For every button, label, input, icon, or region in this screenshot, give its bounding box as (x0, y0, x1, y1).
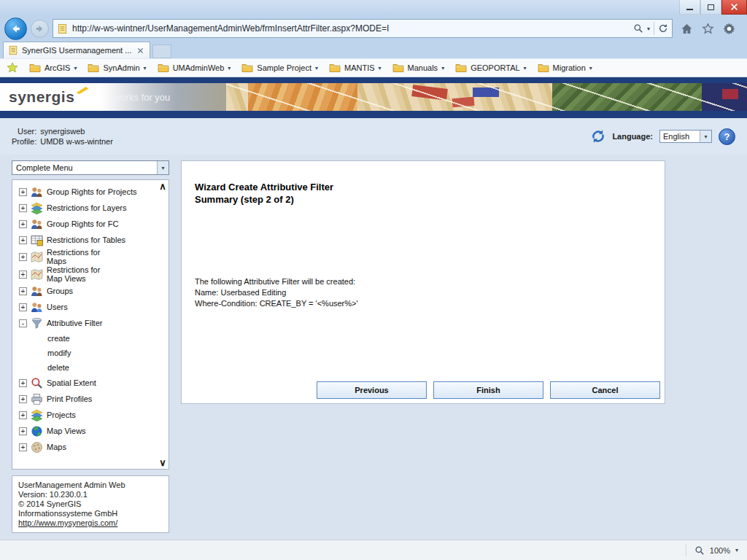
home-icon[interactable] (681, 23, 693, 35)
collapse-icon[interactable]: - (19, 319, 27, 327)
tree-item-users[interactable]: + Users (14, 299, 157, 315)
browser-tab[interactable]: SynerGIS Usermanagement ... (3, 42, 150, 58)
previous-button[interactable]: Previous (317, 381, 427, 399)
favorite-label: Migration (553, 63, 586, 72)
tree-item-label[interactable]: Restrictions for Tables (47, 236, 125, 244)
forward-button[interactable] (31, 20, 49, 38)
tree-item-label[interactable]: Group Rights for Projects (47, 187, 137, 196)
finish-button[interactable]: Finish (433, 381, 543, 399)
tree-item-spatial-extent[interactable]: + Spatial Extent (14, 375, 157, 391)
tree-item-label[interactable]: Print Profiles (47, 394, 92, 403)
tree-item-label[interactable]: modify (47, 349, 71, 357)
version-info-box: UserManagement Admin Web Version: 10.230… (12, 475, 169, 533)
settings-gear-icon[interactable] (723, 23, 735, 35)
chevron-down-icon[interactable]: ▾ (315, 65, 318, 71)
search-dropdown-caret-icon[interactable]: ▾ (647, 26, 650, 32)
zoom-icon[interactable] (694, 545, 705, 556)
expand-icon[interactable]: + (19, 395, 27, 403)
tree-item-label[interactable]: Spatial Extent (47, 378, 96, 387)
chevron-down-icon[interactable]: ▾ (589, 65, 592, 71)
favorites-bar-star-icon[interactable] (7, 62, 18, 74)
tree-item-label[interactable]: Attributive Filter (47, 319, 102, 327)
tree-item-label[interactable]: Group Rights for FC (47, 219, 118, 228)
sync-icon[interactable] (591, 129, 605, 144)
expand-icon[interactable]: + (19, 427, 27, 435)
zoom-level[interactable]: 100% (710, 546, 730, 555)
language-select[interactable]: English ▾ (659, 130, 712, 143)
tree-item-label[interactable]: Restrictions for Map Views (47, 265, 114, 283)
expand-icon[interactable]: + (19, 253, 27, 261)
help-button[interactable]: ? (719, 128, 735, 145)
map-greenery (552, 83, 702, 111)
close-button[interactable] (721, 0, 747, 15)
favorites-star-icon[interactable] (702, 23, 714, 35)
favorite-sample-project[interactable]: Sample Project ▾ (241, 63, 318, 73)
tree-item-map-views[interactable]: + Map Views (14, 423, 157, 439)
expand-icon[interactable]: + (19, 411, 27, 419)
tree-item-create[interactable]: create (14, 331, 157, 346)
url-text[interactable]: http://w-ws-wintner/UserManagementAdminW… (72, 23, 629, 34)
tree-item-maps[interactable]: + Maps (14, 439, 157, 455)
new-tab-button[interactable] (152, 44, 171, 58)
back-button[interactable] (4, 18, 27, 40)
expand-icon[interactable]: + (19, 303, 27, 311)
tree-item-restrictions-for-map-views[interactable]: + Restrictions for Map Views (14, 265, 157, 283)
favorite-migration[interactable]: Migration ▾ (538, 63, 592, 73)
cancel-button[interactable]: Cancel (550, 381, 660, 399)
favorite-mantis[interactable]: MANTIS ▾ (329, 63, 382, 73)
refresh-icon[interactable] (658, 23, 668, 34)
expand-icon[interactable]: + (19, 271, 27, 279)
tree-item-label[interactable]: Groups (47, 287, 73, 295)
scroll-down-icon[interactable]: ∨ (159, 458, 166, 467)
tree-item-restrictions-for-maps[interactable]: + Restrictions for Maps (14, 248, 157, 265)
tree-item-label[interactable]: Maps (47, 443, 66, 451)
search-icon[interactable] (633, 23, 643, 34)
expand-icon[interactable]: + (19, 379, 27, 387)
favorite-synadmin[interactable]: SynAdmin ▾ (88, 63, 146, 73)
tree-item-group-rights-for-fc[interactable]: + Group Rights for FC (14, 216, 157, 232)
tree-item-projects[interactable]: + Projects (14, 407, 157, 423)
maximize-button[interactable] (700, 0, 721, 15)
tree-item-label[interactable]: Restrictions for Layers (47, 203, 126, 212)
expand-icon[interactable]: + (19, 188, 27, 196)
tree-item-label[interactable]: create (47, 334, 70, 343)
tree-item-restrictions-for-layers[interactable]: + Restrictions for Layers (14, 200, 157, 216)
expand-icon[interactable]: + (19, 220, 27, 228)
favorite-geoportal[interactable]: GEOPORTAL ▾ (455, 63, 526, 73)
tree-item-group-rights-for-projects[interactable]: + Group Rights for Projects (14, 184, 157, 200)
expand-icon[interactable]: + (19, 204, 27, 212)
tree-item-label[interactable]: delete (47, 363, 69, 372)
tree-item-restrictions-for-tables[interactable]: + Restrictions for Tables (14, 232, 157, 248)
scroll-up-icon[interactable]: ∧ (159, 182, 166, 191)
tree-item-delete[interactable]: delete (14, 360, 157, 375)
chevron-down-icon[interactable]: ▾ (524, 65, 527, 71)
minimize-button[interactable] (679, 0, 700, 15)
address-bar[interactable]: http://w-ws-wintner/UserManagementAdminW… (53, 19, 673, 38)
layers-icon (31, 202, 43, 214)
tree-item-label[interactable]: Projects (47, 411, 76, 419)
chevron-down-icon[interactable]: ▾ (379, 65, 382, 71)
tree-scrollbar[interactable]: ∧ ∨ (158, 182, 168, 467)
tab-favicon (8, 45, 18, 55)
favorite-manuals[interactable]: Manuals ▾ (392, 63, 445, 73)
tree-item-label[interactable]: Restrictions for Maps (47, 248, 114, 265)
company-link[interactable]: http://www.mysynergis.com/ (18, 518, 163, 528)
tree-item-print-profiles[interactable]: + Print Profiles (14, 391, 157, 407)
favorite-umadminweb[interactable]: UMAdminWeb ▾ (158, 63, 231, 73)
tree-item-modify[interactable]: modify (14, 346, 157, 360)
zoom-dropdown-caret-icon[interactable]: ▾ (735, 547, 738, 553)
chevron-down-icon[interactable]: ▾ (441, 65, 444, 71)
expand-icon[interactable]: + (19, 236, 27, 244)
tree-item-label[interactable]: Users (47, 303, 68, 311)
expand-icon[interactable]: + (19, 287, 27, 295)
expand-icon[interactable]: + (19, 443, 27, 451)
tree-item-groups[interactable]: + Groups (14, 283, 157, 299)
tree-item-attributive-filter[interactable]: - Attributive Filter (14, 315, 157, 331)
chevron-down-icon[interactable]: ▾ (74, 65, 77, 71)
tab-close-button[interactable] (136, 47, 145, 54)
menu-mode-select[interactable]: Complete Menu ▾ (12, 160, 169, 175)
favorite-arcgis[interactable]: ArcGIS ▾ (29, 63, 77, 73)
chevron-down-icon[interactable]: ▾ (144, 65, 147, 71)
tree-item-label[interactable]: Map Views (47, 427, 86, 435)
chevron-down-icon[interactable]: ▾ (228, 65, 231, 71)
